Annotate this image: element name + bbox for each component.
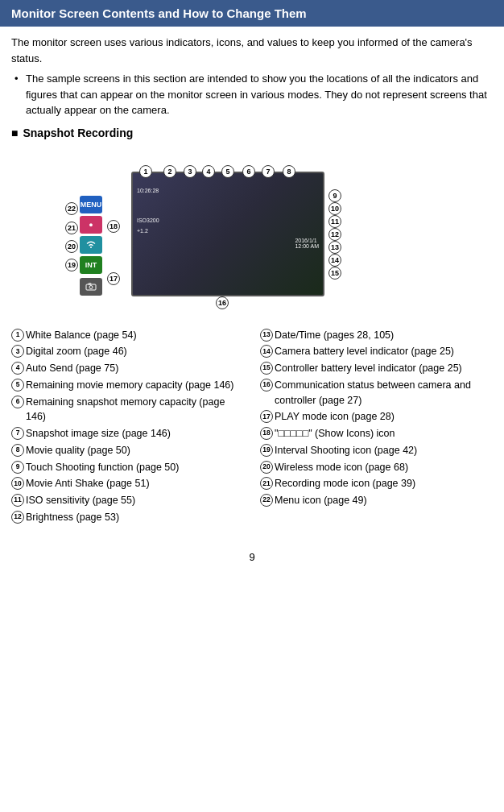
num-14: 14	[328, 254, 341, 267]
num-21: 21	[65, 222, 78, 234]
menu-icon[interactable]: MENU	[80, 196, 102, 213]
desc-num: 16	[260, 379, 273, 392]
record-icon: ●	[80, 216, 102, 234]
desc-num: 4	[11, 362, 24, 375]
desc-text: "□□□□□" (Show Icons) icon	[275, 426, 395, 441]
desc-text: White Balance (page 54)	[26, 328, 137, 343]
desc-item: 9Touch Shooting function (page 50)	[11, 460, 244, 475]
desc-item: 4Auto Send (page 75)	[11, 361, 244, 376]
desc-item: 16Communication status between camera an…	[260, 378, 493, 408]
num-18: 18	[107, 220, 120, 233]
desc-items-right: 13Date/Time (pages 28, 105)14Camera batt…	[260, 328, 493, 508]
desc-item: 15Controller battery level indicator (pa…	[260, 361, 493, 376]
camera-svg	[85, 283, 97, 291]
screen-date: 2016/1/112:00 AM	[295, 238, 319, 249]
desc-num: 5	[11, 379, 24, 392]
desc-text: Camera battery level indicator (page 25)	[275, 344, 454, 359]
desc-num: 11	[11, 494, 24, 507]
diagram: 10:26:28 ISO3200 +1.2 2016/1/112:00 AM M…	[43, 147, 461, 317]
desc-item: 10Movie Anti Shake (page 51)	[11, 476, 244, 491]
num-9: 9	[328, 189, 341, 202]
desc-item: 22Menu icon (page 49)	[260, 493, 493, 508]
intro-paragraph: The monitor screen uses various indicato…	[11, 35, 493, 66]
num-10: 10	[328, 202, 341, 215]
desc-num: 20	[260, 461, 273, 474]
desc-num: 6	[11, 396, 24, 408]
desc-item: 18"□□□□□" (Show Icons) icon	[260, 426, 493, 441]
desc-text: Date/Time (pages 28, 105)	[275, 328, 394, 343]
desc-text: Movie Anti Shake (page 51)	[26, 476, 150, 491]
num-4: 4	[202, 165, 215, 178]
desc-right-col: 13Date/Time (pages 28, 105)14Camera batt…	[260, 328, 493, 527]
desc-item: 7Snapshot image size (page 146)	[11, 426, 244, 441]
diagram-wrapper: 10:26:28 ISO3200 +1.2 2016/1/112:00 AM M…	[11, 147, 493, 317]
desc-items-left: 1White Balance (page 54)3Digital zoom (p…	[11, 328, 244, 525]
desc-item: 6Remaining snapshot memory capacity (pag…	[11, 395, 244, 425]
screen-time: 10:26:28	[137, 188, 159, 193]
desc-text: PLAY mode icon (page 28)	[275, 409, 395, 425]
screen-iso: ISO3200	[137, 218, 159, 223]
desc-num: 17	[260, 410, 273, 423]
desc-text: Remaining snapshot memory capacity (page…	[26, 395, 244, 425]
desc-text: Wireless mode icon (page 68)	[275, 460, 408, 475]
section-heading: Snapshot Recording	[11, 126, 493, 139]
num-6: 6	[242, 165, 255, 178]
desc-item: 21Recording mode icon (page 39)	[260, 476, 493, 491]
content-area: The monitor screen uses various indicato…	[0, 27, 504, 535]
desc-item: 20Wireless mode icon (page 68)	[260, 460, 493, 475]
desc-num: 18	[260, 427, 273, 440]
svg-point-0	[90, 246, 92, 248]
desc-num: 9	[11, 461, 24, 474]
desc-text: Brightness (page 53)	[26, 510, 119, 525]
desc-num: 15	[260, 362, 273, 375]
int-icon: INT	[80, 256, 102, 274]
desc-num: 10	[11, 477, 24, 490]
svg-point-2	[89, 285, 93, 288]
desc-left-col: 1White Balance (page 54)3Digital zoom (p…	[11, 328, 244, 527]
desc-num: 22	[260, 494, 273, 507]
desc-item: 17PLAY mode icon (page 28)	[260, 409, 493, 425]
desc-text: ISO sensitivity (page 55)	[26, 493, 135, 508]
desc-item: 19Interval Shooting icon (page 42)	[260, 443, 493, 458]
desc-num: 1	[11, 329, 24, 342]
desc-text: Controller battery level indicator (page…	[275, 361, 462, 376]
desc-item: 13Date/Time (pages 28, 105)	[260, 328, 493, 343]
desc-text: Auto Send (page 75)	[26, 361, 118, 376]
screen-ev: +1.2	[137, 228, 148, 234]
desc-text: Recording mode icon (page 39)	[275, 476, 415, 491]
header-title: Monitor Screen Contents and How to Chang…	[11, 6, 307, 20]
num-16: 16	[216, 296, 229, 309]
num-5: 5	[221, 165, 234, 178]
desc-item: 12Brightness (page 53)	[11, 510, 244, 525]
wifi-svg	[85, 240, 97, 249]
desc-item: 14Camera battery level indicator (page 2…	[260, 344, 493, 359]
desc-text: Interval Shooting icon (page 42)	[275, 443, 417, 458]
desc-num: 21	[260, 477, 273, 490]
desc-num: 12	[11, 511, 24, 524]
desc-num: 3	[11, 345, 24, 358]
desc-num: 8	[11, 444, 24, 457]
desc-text: Touch Shooting function (page 50)	[26, 460, 179, 475]
num-1: 1	[139, 165, 152, 178]
page-header: Monitor Screen Contents and How to Chang…	[0, 0, 504, 27]
desc-item: 8Movie quality (page 50)	[11, 443, 244, 458]
num-22: 22	[65, 202, 78, 215]
desc-text: Snapshot image size (page 146)	[26, 426, 171, 441]
camera-screen: 10:26:28 ISO3200 +1.2 2016/1/112:00 AM	[131, 172, 324, 296]
num-7: 7	[262, 165, 275, 178]
num-19: 19	[65, 259, 78, 271]
desc-num: 14	[260, 345, 273, 358]
descriptions: 1White Balance (page 54)3Digital zoom (p…	[11, 328, 493, 527]
desc-text: Communication status between camera and …	[275, 378, 493, 408]
page-container: Monitor Screen Contents and How to Chang…	[0, 0, 504, 571]
sidebar-icons: MENU ● INT	[80, 196, 102, 296]
num-20: 20	[65, 240, 78, 253]
num-15: 15	[328, 267, 341, 280]
num-11: 11	[328, 215, 341, 228]
section-heading-text: Snapshot Recording	[23, 126, 133, 139]
intro-bullet: The sample screens in this section are i…	[11, 71, 493, 118]
desc-item: 5Remaining movie memory capacity (page 1…	[11, 378, 244, 393]
num-17: 17	[107, 272, 120, 285]
desc-item: 3Digital zoom (page 46)	[11, 344, 244, 359]
num-13: 13	[328, 241, 341, 254]
